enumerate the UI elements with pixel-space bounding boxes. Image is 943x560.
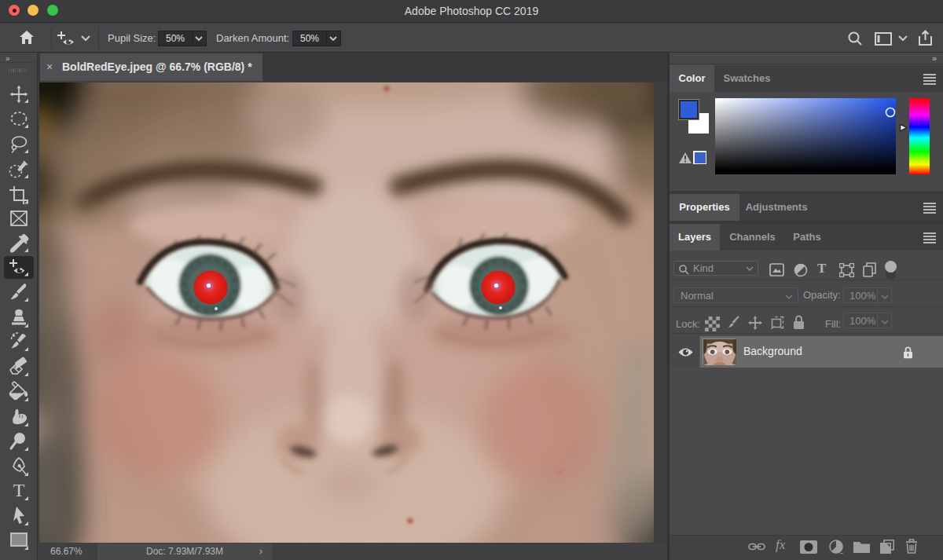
svg-text:T: T — [13, 480, 25, 500]
